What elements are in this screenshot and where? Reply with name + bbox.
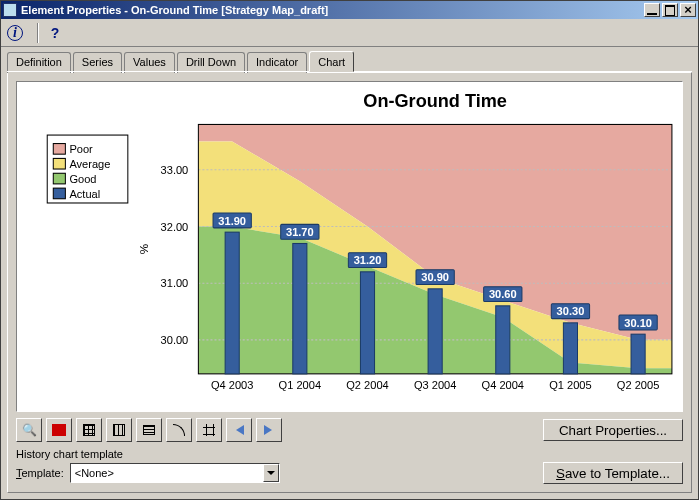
gridlines-button[interactable] (76, 418, 102, 442)
columns-icon (113, 424, 125, 436)
svg-text:On-Ground Time: On-Ground Time (363, 90, 507, 112)
svg-rect-43 (53, 158, 65, 169)
rotate-button[interactable] (166, 418, 192, 442)
zoom-icon (22, 423, 37, 437)
svg-text:31.00: 31.00 (161, 277, 189, 289)
split-icon (203, 424, 215, 436)
svg-text:Q4 2003: Q4 2003 (211, 378, 253, 390)
help-icon[interactable]: ? (45, 23, 65, 43)
zoom-button[interactable] (16, 418, 42, 442)
svg-text:31.70: 31.70 (286, 226, 314, 238)
svg-text:Q2 2004: Q2 2004 (346, 378, 388, 390)
tab-drill-down[interactable]: Drill Down (177, 52, 245, 73)
svg-text:30.60: 30.60 (489, 288, 517, 300)
arrow-right-icon (261, 425, 277, 435)
svg-rect-10 (225, 232, 239, 374)
split-button[interactable] (196, 418, 222, 442)
template-group-label: History chart template (16, 448, 683, 460)
tab-series[interactable]: Series (73, 52, 122, 73)
chart-properties-button[interactable]: Chart Properties... (543, 419, 683, 441)
svg-text:Average: Average (69, 158, 110, 170)
tab-indicator[interactable]: Indicator (247, 52, 307, 73)
svg-text:31.90: 31.90 (218, 214, 246, 226)
app-icon (3, 3, 17, 17)
svg-rect-41 (53, 144, 65, 155)
next-button[interactable] (256, 418, 282, 442)
svg-text:Q2 2005: Q2 2005 (617, 378, 659, 390)
svg-text:30.00: 30.00 (161, 334, 189, 346)
tabs-row: Definition Series Values Drill Down Indi… (1, 47, 698, 72)
svg-rect-25 (563, 323, 577, 374)
template-label: Template: (16, 467, 64, 479)
legend-button[interactable] (136, 418, 162, 442)
svg-text:Q1 2004: Q1 2004 (279, 378, 321, 390)
grid-icon (83, 424, 95, 436)
columns-button[interactable] (106, 418, 132, 442)
svg-text:30.90: 30.90 (421, 271, 449, 283)
chevron-down-icon[interactable] (263, 464, 279, 482)
prev-button[interactable] (226, 418, 252, 442)
template-value[interactable] (71, 467, 263, 479)
titlebar: Element Properties - On-Ground Time [Str… (1, 1, 698, 19)
svg-rect-47 (53, 188, 65, 199)
tab-values[interactable]: Values (124, 52, 175, 73)
tab-definition[interactable]: Definition (7, 52, 71, 73)
svg-text:Poor: Poor (69, 143, 93, 155)
save-to-template-button[interactable]: Save to Template... (543, 462, 683, 484)
svg-text:33.00: 33.00 (161, 164, 189, 176)
svg-text:Good: Good (69, 173, 96, 185)
separator (37, 23, 39, 43)
chart: 30.0031.0032.0033.0031.9031.7031.2030.90… (16, 81, 683, 412)
svg-text:32.00: 32.00 (161, 220, 189, 232)
svg-text:30.10: 30.10 (624, 316, 652, 328)
template-row: Template: Save to Template... (16, 462, 683, 484)
legend-icon (143, 425, 155, 435)
minimize-button[interactable] (644, 3, 660, 17)
svg-rect-13 (293, 243, 307, 373)
svg-text:31.20: 31.20 (354, 254, 382, 266)
svg-text:Q3 2004: Q3 2004 (414, 378, 456, 390)
svg-text:30.30: 30.30 (557, 305, 585, 317)
window-title: Element Properties - On-Ground Time [Str… (21, 4, 642, 16)
chart-type-icon (52, 424, 66, 436)
svg-text:Q1 2005: Q1 2005 (549, 378, 591, 390)
svg-rect-45 (53, 173, 65, 184)
tab-chart[interactable]: Chart (309, 51, 354, 72)
svg-text:Q4 2004: Q4 2004 (482, 378, 524, 390)
info-icon[interactable]: i (7, 25, 23, 41)
svg-text:%: % (138, 244, 150, 254)
svg-text:Actual: Actual (69, 187, 100, 199)
rotate-icon (173, 424, 185, 436)
svg-rect-16 (360, 272, 374, 374)
svg-rect-28 (631, 334, 645, 374)
svg-rect-22 (496, 306, 510, 374)
icon-button-row: Chart Properties... (16, 418, 683, 442)
tab-content: 30.0031.0032.0033.0031.9031.7031.2030.90… (7, 72, 692, 493)
toolbar: i ? (1, 19, 698, 47)
template-combo[interactable] (70, 463, 280, 483)
maximize-button[interactable] (662, 3, 678, 17)
svg-rect-19 (428, 289, 442, 374)
arrow-left-icon (231, 425, 247, 435)
close-button[interactable] (680, 3, 696, 17)
window: Element Properties - On-Ground Time [Str… (0, 0, 699, 500)
save-to-template-label: ave to Template... (565, 466, 670, 481)
chart-type-button[interactable] (46, 418, 72, 442)
